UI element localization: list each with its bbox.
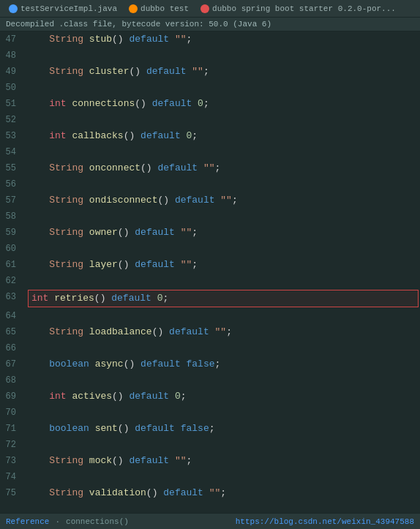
- line-number: 73: [0, 453, 20, 469]
- line-content: [20, 48, 420, 64]
- line-content: boolean async() default false;: [20, 356, 420, 372]
- tab-3[interactable]: dubbo spring boot starter 0.2.0-por...: [195, 3, 402, 15]
- line-number: 67: [0, 356, 20, 372]
- line-number: 61: [0, 257, 20, 273]
- code-line: 52: [0, 112, 420, 128]
- code-line: 73 String mock() default "";: [0, 453, 420, 469]
- code-line: 71 boolean sent() default false;: [0, 421, 420, 437]
- line-number: 68: [0, 372, 20, 389]
- tab-2-label: dubbo test: [140, 4, 189, 13]
- line-content: String layer() default "";: [20, 257, 420, 273]
- line-number: 50: [0, 80, 20, 96]
- line-content: String cluster() default "";: [20, 64, 420, 80]
- highlighted-line-box: int retries() default 0;: [28, 290, 419, 307]
- code-line: 74: [0, 469, 420, 485]
- line-number: 60: [0, 241, 20, 257]
- line-content: String stub() default "";: [20, 31, 420, 48]
- code-line: 64: [0, 308, 420, 324]
- line-number: 65: [0, 324, 20, 340]
- code-line: 70: [0, 405, 420, 421]
- line-number: 70: [0, 405, 20, 421]
- line-content: int connections() default 0;: [20, 96, 420, 112]
- line-number: 63: [0, 289, 20, 308]
- line-number: 75: [0, 485, 20, 501]
- line-content: int actives() default 0;: [20, 389, 420, 405]
- reference-label[interactable]: Reference: [6, 517, 49, 526]
- line-content: boolean sent() default false;: [20, 421, 420, 437]
- line-number: 47: [0, 31, 20, 48]
- status-bar: Decompiled .class file, bytecode version…: [0, 18, 420, 31]
- code-line: 56: [0, 176, 420, 192]
- line-content: String mock() default "";: [20, 453, 420, 469]
- code-line: 62: [0, 273, 420, 289]
- line-content: [20, 308, 420, 324]
- line-content: [20, 144, 420, 160]
- line-number: 72: [0, 437, 20, 453]
- line-number: 53: [0, 128, 20, 144]
- tab-icon-2: [129, 4, 138, 13]
- line-content: [20, 273, 420, 289]
- line-content: [20, 241, 420, 257]
- line-content: String owner() default "";: [20, 225, 420, 241]
- reference-sep: ·: [55, 517, 60, 526]
- code-line: 51 int connections() default 0;: [0, 96, 420, 112]
- code-line: 61 String layer() default "";: [0, 257, 420, 273]
- code-line: 67 boolean async() default false;: [0, 356, 420, 372]
- line-content: [20, 405, 420, 421]
- line-number: 54: [0, 144, 20, 160]
- line-number: 58: [0, 209, 20, 225]
- code-line: 75 String validation() default "";: [0, 485, 420, 501]
- line-number: 69: [0, 389, 20, 405]
- code-line: 48: [0, 48, 420, 64]
- tab-bar: testServiceImpl.java dubbo test dubbo sp…: [0, 0, 420, 18]
- line-content: int callbacks() default 0;: [20, 128, 420, 144]
- code-container: 47 String stub() default "";4849 String …: [0, 31, 420, 511]
- line-number: 48: [0, 48, 20, 64]
- line-content: [20, 112, 420, 128]
- line-number: 49: [0, 64, 20, 80]
- blog-url[interactable]: https://blog.csdn.net/weixin_43947588: [236, 517, 414, 526]
- line-number: 59: [0, 225, 20, 241]
- line-content: [20, 340, 420, 356]
- line-content: String onconnect() default "";: [20, 160, 420, 176]
- tab-icon-1: [9, 4, 18, 13]
- line-content: [20, 372, 420, 389]
- code-line: 57 String ondisconnect() default "";: [0, 192, 420, 209]
- line-content: String validation() default "";: [20, 485, 420, 501]
- tab-1[interactable]: testServiceImpl.java: [3, 3, 123, 15]
- code-line: 53 int callbacks() default 0;: [0, 128, 420, 144]
- code-line: 68: [0, 372, 420, 389]
- line-number: 56: [0, 176, 20, 192]
- code-line: 65 String loadbalance() default "";: [0, 324, 420, 340]
- tab-2[interactable]: dubbo test: [123, 3, 195, 15]
- code-line: 72: [0, 437, 420, 453]
- code-line: 59 String owner() default "";: [0, 225, 420, 241]
- code-line: 49 String cluster() default "";: [0, 64, 420, 80]
- code-line: 60: [0, 241, 420, 257]
- code-line: 63int retries() default 0;: [0, 289, 420, 308]
- line-content: int retries() default 0;: [20, 289, 420, 308]
- code-line: 55 String onconnect() default "";: [0, 160, 420, 176]
- line-number: 66: [0, 340, 20, 356]
- tab-1-label: testServiceImpl.java: [20, 4, 117, 13]
- line-content: [20, 437, 420, 453]
- code-line: 66: [0, 340, 420, 356]
- line-number: 64: [0, 308, 20, 324]
- connections-label[interactable]: connections(): [66, 517, 129, 526]
- line-number: 74: [0, 469, 20, 485]
- code-line: 54: [0, 144, 420, 160]
- line-content: String loadbalance() default "";: [20, 324, 420, 340]
- line-content: [20, 209, 420, 225]
- line-content: [20, 469, 420, 485]
- line-content: String ondisconnect() default "";: [20, 192, 420, 209]
- code-line: 47 String stub() default "";: [0, 31, 420, 48]
- line-number: 51: [0, 96, 20, 112]
- bottom-bar: Reference · connections() https://blog.c…: [0, 513, 420, 529]
- tab-3-label: dubbo spring boot starter 0.2.0-por...: [212, 4, 396, 13]
- line-number: 52: [0, 112, 20, 128]
- line-number: 57: [0, 192, 20, 209]
- line-number: 55: [0, 160, 20, 176]
- line-content: [20, 176, 420, 192]
- code-line: 69 int actives() default 0;: [0, 389, 420, 405]
- status-text: Decompiled .class file, bytecode version…: [6, 20, 271, 29]
